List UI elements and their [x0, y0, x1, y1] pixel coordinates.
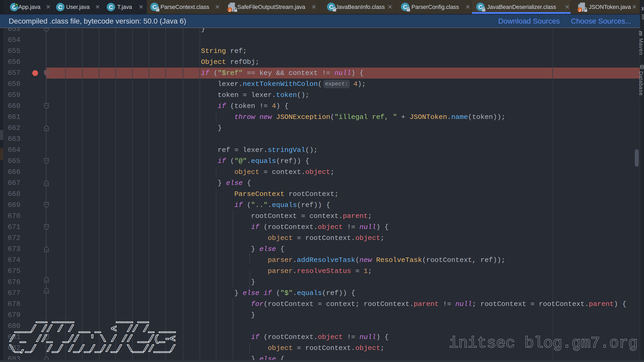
svg-text:C: C [58, 4, 62, 10]
svg-text:J: J [579, 8, 581, 12]
svg-text:C: C [152, 4, 157, 10]
svg-text:C: C [403, 4, 407, 10]
svg-text:J: J [229, 8, 231, 12]
svg-text:C: C [109, 4, 113, 10]
svg-text:C: C [478, 4, 482, 10]
svg-text:C: C [329, 4, 333, 10]
